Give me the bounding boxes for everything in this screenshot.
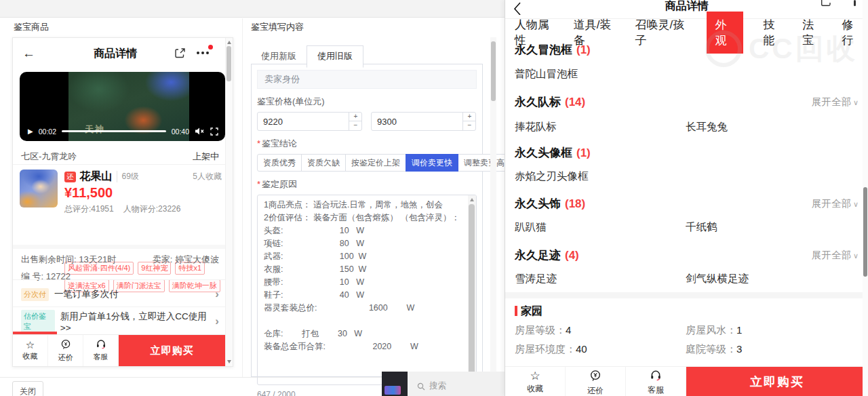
favorite-button[interactable]: ☆ 收藏 <box>13 335 48 366</box>
option-adjust-sell-higher[interactable]: 调整卖更高 <box>458 154 511 172</box>
detail-scrollbar[interactable] <box>863 0 868 396</box>
section-bubble-frame: 永久冒泡框(1) <box>515 42 859 58</box>
reason-text[interactable]: 1商品亮点： 适合玩法.日常，周常，地煞，创会 2价值评估： 装备方面（包含熔炼… <box>258 195 468 384</box>
mute-icon[interactable] <box>195 127 205 136</box>
service-button[interactable]: 客服 <box>83 335 119 366</box>
scrollbar-thumb[interactable] <box>469 204 475 376</box>
section-title: 永久队标 <box>515 96 561 108</box>
home-section-title: 家园 <box>515 304 542 319</box>
video-progress-bar[interactable] <box>62 130 166 132</box>
scroll-up-icon[interactable] <box>470 198 474 201</box>
decrement-icon[interactable]: − <box>349 121 362 130</box>
window-top-strip <box>0 0 505 18</box>
appraisal-promo-row[interactable]: 估价鉴宝 新用户首单1分钱，立即进入CC使用>> › <box>21 309 219 334</box>
sale-info: 出售剩余时间: 13天21时 卖家: 婷宝大傻波 编 号: 12722 <box>21 254 219 283</box>
option-quality-excellent[interactable]: 资质优秀 <box>257 154 302 172</box>
remaining-time: 出售剩余时间: 13天21时 <box>21 254 116 266</box>
bargain-button[interactable]: 还价 <box>566 367 626 396</box>
price-high-input[interactable] <box>372 113 462 130</box>
chevron-down-icon: ∨ <box>853 200 859 208</box>
chevron-right-icon: › <box>215 315 219 328</box>
home-row: 房屋等级：4 房屋风水：1 <box>515 324 859 337</box>
more-icon[interactable] <box>854 0 856 6</box>
section-title: 永久头像框 <box>515 146 572 159</box>
section-title: 永久头饰 <box>515 197 561 210</box>
product-price: ¥11,500 <box>64 185 222 201</box>
buy-now-button[interactable]: 立即购买 <box>119 335 225 366</box>
section-items: 趴趴猫 千纸鹤 <box>515 220 859 235</box>
favorite-button[interactable]: ☆ 收藏 <box>505 367 566 396</box>
play-icon[interactable]: ▶ <box>28 127 33 135</box>
favorite-label: 收藏 <box>527 383 543 395</box>
reason-textarea[interactable]: 1商品亮点： 适合玩法.日常，周常，地煞，创会 2价值评估： 装备方面（包含熔炼… <box>257 195 477 385</box>
home-value: 1 <box>736 324 742 336</box>
section-items: 捧花队标 长耳兔兔 <box>515 120 859 134</box>
phone-header: ← 商品详情 <box>13 38 225 69</box>
middle-panel-scrollbar[interactable] <box>490 37 496 396</box>
item: 雪涛足迹 <box>515 272 686 286</box>
reason-label: 鉴定原因 <box>257 178 477 191</box>
bargain-icon <box>589 370 601 384</box>
search-icon <box>417 382 425 391</box>
scrollbar-thumb[interactable] <box>226 46 231 81</box>
left-section-title: 鉴宝商品 <box>14 21 49 33</box>
home-label: 房屋风水： <box>686 324 736 336</box>
buy-now-button[interactable]: 立即购买 <box>686 367 868 396</box>
fullscreen-icon[interactable] <box>210 127 218 136</box>
headset-icon <box>96 339 106 351</box>
notification-dot <box>208 45 213 50</box>
installment-row[interactable]: 分次付 一笔订单多次付 › <box>21 282 219 306</box>
scroll-up-icon[interactable] <box>227 41 231 44</box>
service-button[interactable]: 客服 <box>626 367 686 396</box>
increment-icon[interactable]: + <box>349 113 362 121</box>
item: 普陀山冒泡框 <box>515 67 686 81</box>
appraisal-badge: 估价鉴宝 <box>21 310 55 333</box>
scrollbar-thumb[interactable] <box>491 41 496 101</box>
expand-all-button[interactable]: 展开全部∨ <box>812 96 859 108</box>
price-low-stepper: + − <box>257 112 362 131</box>
product-summary[interactable]: 还 花果山 69级 5人收藏 ¥11,500 总评分:41951 人物评分:23… <box>20 170 222 215</box>
chevron-right-icon: › <box>215 288 219 301</box>
section-avatar-frame: 永久头像框(1) <box>515 145 859 161</box>
product-video-player[interactable]: 天神 ▶ 00:02 00:40 <box>20 72 225 141</box>
home-value: 40 <box>576 343 587 355</box>
option-quality-lacking[interactable]: 资质欠缺 <box>301 154 346 172</box>
more-icon[interactable] <box>197 52 209 54</box>
phone-bottom-bar: ☆ 收藏 还价 客服 立即购买 <box>13 334 225 366</box>
star-icon: ☆ <box>26 340 35 351</box>
item: 长耳兔兔 <box>686 120 859 134</box>
video-controls: ▶ 00:02 00:40 <box>28 127 218 136</box>
search-placeholder: 搜索 <box>429 380 446 392</box>
share-icon[interactable] <box>174 47 186 62</box>
decrement-icon[interactable]: − <box>463 121 476 130</box>
search-input[interactable]: 搜索 <box>417 380 446 392</box>
close-button[interactable]: 关闭 <box>12 381 43 396</box>
price-low-input[interactable] <box>258 113 349 130</box>
section-title: 永久冒泡框 <box>515 43 572 56</box>
spinner: + − <box>462 113 475 130</box>
textarea-scrollbar[interactable] <box>468 195 476 384</box>
phone-scrollbar[interactable] <box>225 38 233 366</box>
character-score: 人物评分:23226 <box>123 203 181 215</box>
scroll-down-icon[interactable] <box>227 360 231 363</box>
background-window-thumbnail[interactable] <box>382 372 408 396</box>
expand-all-button[interactable]: 展开全部∨ <box>812 249 859 262</box>
headset-icon <box>650 370 662 384</box>
option-list-at-appraised-price[interactable]: 按鉴定价上架 <box>345 154 406 172</box>
share-icon[interactable] <box>820 0 833 10</box>
bargain-button[interactable]: 还价 <box>48 335 83 366</box>
tab-old-version[interactable]: 使用旧版 <box>307 45 363 68</box>
option-adjust-sell-faster[interactable]: 调价卖更快 <box>406 154 458 172</box>
thumbnail-art <box>384 386 401 395</box>
item: 趴趴猫 <box>515 220 686 235</box>
favorite-label: 收藏 <box>23 351 38 361</box>
product-level: 69级 <box>117 171 139 182</box>
item: 千纸鹤 <box>686 220 859 235</box>
status-badge: 上架中 <box>193 151 219 163</box>
increment-icon[interactable]: + <box>463 113 476 121</box>
item: 捧花队标 <box>515 120 686 134</box>
bargain-icon <box>60 339 71 352</box>
home-value: 4 <box>566 324 571 336</box>
scrollbar-thumb[interactable] <box>863 187 867 277</box>
expand-all-button[interactable]: 展开全部∨ <box>812 197 859 210</box>
